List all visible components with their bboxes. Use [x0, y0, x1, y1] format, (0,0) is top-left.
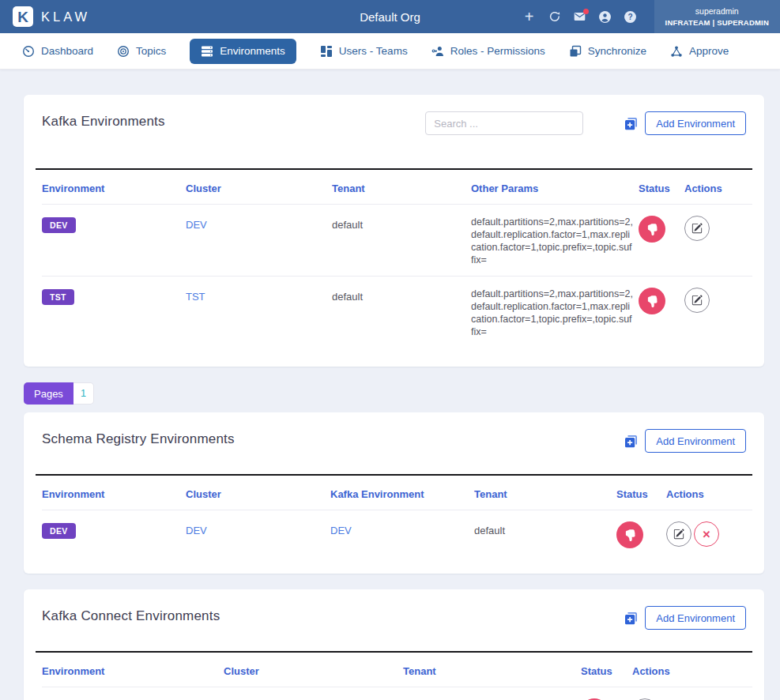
user-team-role: INFRATEAM | SUPERADMIN — [665, 18, 769, 27]
main-navigation: Dashboard Topics Environments Users - Te… — [0, 33, 780, 70]
edit-environment-button[interactable] — [684, 216, 710, 241]
column-environment: Environment — [42, 488, 186, 500]
dashboard-icon — [22, 45, 35, 58]
tab-topics[interactable]: Topics — [117, 45, 166, 58]
column-tenant: Tenant — [403, 665, 581, 677]
column-tenant: Tenant — [474, 488, 616, 500]
column-cluster: Cluster — [224, 665, 403, 677]
tab-environments[interactable]: Environments — [190, 39, 296, 64]
tab-label: Synchronize — [588, 45, 646, 57]
status-thumbs-down-button[interactable] — [639, 216, 665, 243]
kafka-connect-title: Kafka Connect Environments — [42, 608, 624, 624]
table-row: DEV DEV default default.partitions=2,max… — [42, 205, 752, 276]
delete-environment-button[interactable]: ✕ — [694, 521, 719, 547]
status-thumbs-down-button[interactable] — [616, 521, 643, 548]
column-other-params: Other Params — [471, 183, 639, 194]
add-environment-button[interactable]: Add Environment — [645, 111, 746, 135]
environment-badge: DEV — [42, 523, 76, 539]
schema-registry-environments-card: Schema Registry Environments Add Environ… — [24, 412, 764, 574]
tab-label: Topics — [136, 45, 166, 57]
tenant-value: default — [332, 219, 471, 231]
edit-environment-button[interactable] — [666, 521, 691, 547]
column-environment: Environment — [42, 665, 224, 677]
tab-label: Approve — [689, 45, 729, 57]
notification-dot — [583, 9, 589, 14]
search-input[interactable] — [425, 111, 583, 135]
approve-icon — [670, 45, 683, 58]
tab-label: Users - Teams — [339, 45, 408, 57]
synchronize-icon — [569, 45, 582, 58]
kafka-connect-table: Environment Cluster Tenant Status Action… — [36, 651, 752, 700]
environments-icon — [201, 45, 213, 58]
column-kafka-environment: Kafka Environment — [330, 488, 474, 500]
table-header-row: Environment Cluster Tenant Status Action… — [42, 653, 752, 687]
svg-text:?: ? — [627, 13, 632, 21]
add-environment-button[interactable]: Add Environment — [645, 606, 746, 630]
cluster-link[interactable]: DEV — [186, 525, 330, 536]
column-cluster: Cluster — [186, 183, 332, 194]
klaw-logo-icon[interactable]: K — [13, 6, 33, 27]
column-status: Status — [581, 665, 632, 677]
table-row: DEV DEV default — [42, 687, 752, 700]
tab-synchronize[interactable]: Synchronize — [569, 45, 646, 58]
topics-icon — [117, 45, 130, 58]
tenant-value: default — [332, 291, 471, 303]
column-tenant: Tenant — [332, 183, 471, 194]
column-actions: Actions — [666, 488, 752, 500]
tab-label: Roles - Permissions — [450, 45, 545, 57]
user-name: superadmin — [695, 6, 739, 16]
column-status: Status — [639, 183, 684, 194]
kafka-environments-card: Kafka Environments Add Environment Envir… — [24, 95, 764, 367]
add-collection-icon[interactable] — [624, 435, 638, 448]
mail-icon[interactable] — [567, 0, 593, 33]
tab-label: Dashboard — [41, 45, 93, 57]
column-actions: Actions — [632, 665, 752, 677]
schema-registry-title: Schema Registry Environments — [42, 431, 624, 447]
tab-label: Environments — [220, 45, 285, 57]
org-title: Default Org — [360, 10, 420, 24]
table-row: DEV DEV DEV default ✕ — [42, 510, 752, 563]
table-header-row: Environment Cluster Kafka Environment Te… — [42, 476, 752, 510]
pages-button[interactable]: Pages — [24, 382, 73, 405]
column-actions: Actions — [684, 183, 752, 194]
other-params-value: default.partitions=2,max.partitions=2,de… — [471, 288, 633, 338]
top-navbar: K KLAW Default Org + ? superadmin INFRAT… — [0, 0, 780, 33]
refresh-icon[interactable] — [542, 0, 567, 33]
edit-environment-button[interactable] — [684, 288, 710, 313]
kafka-environments-title: Kafka Environments — [42, 114, 425, 130]
tenant-value: default — [474, 525, 616, 536]
table-row: TST TST default default.partitions=2,max… — [42, 276, 752, 348]
page-number-button[interactable]: 1 — [73, 382, 94, 405]
cluster-link[interactable]: TST — [186, 291, 332, 303]
column-environment: Environment — [42, 183, 186, 194]
roles-permissions-icon — [431, 45, 444, 58]
brand: K KLAW — [13, 6, 90, 27]
user-account-icon[interactable] — [593, 0, 618, 33]
users-teams-icon — [320, 45, 333, 58]
kafka-environments-table: Environment Cluster Tenant Other Params … — [36, 168, 752, 367]
pagination: Pages 1 — [24, 382, 748, 405]
user-menu[interactable]: superadmin INFRATEAM | SUPERADMIN — [654, 0, 780, 33]
tab-dashboard[interactable]: Dashboard — [22, 45, 93, 58]
column-status: Status — [616, 488, 666, 500]
help-icon[interactable]: ? — [618, 0, 643, 33]
status-thumbs-down-button[interactable] — [639, 288, 665, 314]
svg-text:K: K — [17, 9, 28, 25]
tab-roles-permissions[interactable]: Roles - Permissions — [431, 45, 545, 58]
tab-approve[interactable]: Approve — [670, 45, 729, 58]
kafka-environment-link[interactable]: DEV — [330, 525, 474, 536]
column-cluster: Cluster — [186, 488, 330, 500]
add-collection-icon[interactable] — [624, 612, 638, 625]
tab-users-teams[interactable]: Users - Teams — [320, 45, 408, 58]
environment-badge: DEV — [42, 217, 76, 233]
cluster-link[interactable]: DEV — [186, 219, 332, 231]
table-header-row: Environment Cluster Tenant Other Params … — [42, 170, 752, 205]
kafka-connect-environments-card: Kafka Connect Environments Add Environme… — [24, 589, 764, 700]
other-params-value: default.partitions=2,max.partitions=2,de… — [471, 216, 633, 266]
add-environment-button[interactable]: Add Environment — [645, 429, 746, 453]
add-request-icon[interactable]: + — [517, 0, 542, 33]
topbar-actions: + ? superadmin INFRATEAM | SUPERADMIN — [517, 0, 780, 33]
schema-registry-table: Environment Cluster Kafka Environment Te… — [36, 474, 752, 574]
add-collection-icon[interactable] — [624, 117, 638, 130]
environment-badge: TST — [42, 289, 74, 305]
